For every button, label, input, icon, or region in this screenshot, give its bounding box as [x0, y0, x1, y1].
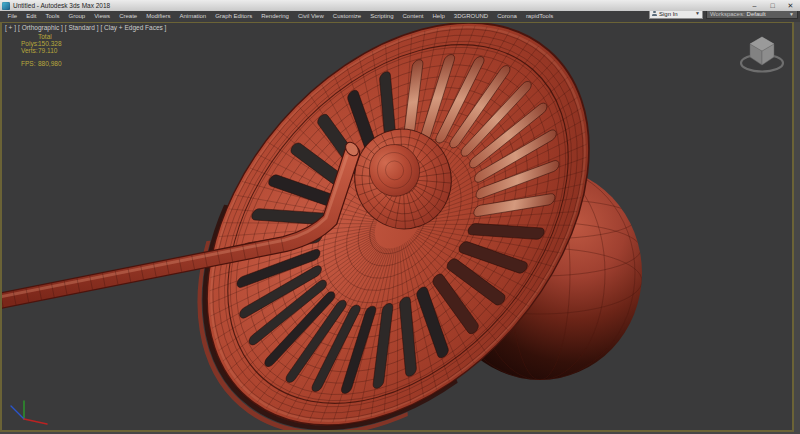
viewport-label-menu[interactable]: [ + ]	[5, 24, 16, 31]
chevron-down-icon: ▼	[695, 11, 700, 16]
stats-total-label: Total	[38, 33, 52, 40]
menu-corona[interactable]: Corona	[493, 11, 522, 22]
3ds-max-window: { "window": { "title": "Untitled - Autod…	[0, 0, 800, 434]
menu-bar: FileEditToolsGroupViewsCreateModifiersAn…	[0, 11, 800, 22]
close-button[interactable]: ✕	[783, 0, 798, 11]
workspaces-label: Workspaces:	[710, 11, 745, 17]
menu-help[interactable]: Help	[428, 11, 449, 22]
menu-views[interactable]: Views	[90, 11, 115, 22]
user-icon	[652, 11, 657, 17]
viewport-canvas[interactable]: [ + ][ Orthographic ][ Standard ][ Clay …	[0, 22, 794, 432]
viewport-3d-scene[interactable]	[2, 23, 792, 430]
viewport-label-orthographic[interactable]: [ Orthographic ]	[18, 24, 63, 31]
menu-scripting[interactable]: Scripting	[366, 11, 398, 22]
menu-tools[interactable]: Tools	[41, 11, 64, 22]
stats-polys-row: Polys: 150.328	[21, 40, 62, 47]
minimize-button[interactable]: –	[747, 0, 762, 11]
viewport-statistics: Total Polys: 150.328 Verts: 79.110 FPS: …	[21, 33, 62, 67]
menu-graph-editors[interactable]: Graph Editors	[211, 11, 257, 22]
stats-total-row: Total	[21, 33, 62, 40]
stats-verts-label: Verts:	[21, 47, 38, 54]
menu-modifiers[interactable]: Modifiers	[142, 11, 175, 22]
viewport-label-standard[interactable]: [ Standard ]	[65, 24, 99, 31]
menu-create[interactable]: Create	[115, 11, 142, 22]
window-title: Untitled - Autodesk 3ds Max 2018	[13, 2, 110, 9]
sign-in-label: Sign In	[659, 11, 693, 17]
menu-group[interactable]: Group	[64, 11, 90, 22]
stats-fps-row: FPS: 880,980	[21, 60, 62, 67]
menu-civil-view[interactable]: Civil View	[293, 11, 328, 22]
maximize-button[interactable]: □	[765, 0, 780, 11]
app-icon	[2, 2, 10, 10]
viewport-label: [ + ][ Orthographic ][ Standard ][ Clay …	[5, 24, 166, 31]
menu-edit[interactable]: Edit	[22, 11, 41, 22]
stats-fps-label: FPS:	[21, 60, 38, 67]
stats-verts-value: 79.110	[38, 47, 57, 54]
viewport-frame: [ + ][ Orthographic ][ Standard ][ Clay …	[0, 22, 800, 434]
menu-content[interactable]: Content	[398, 11, 428, 22]
stats-verts-row: Verts: 79.110	[21, 47, 62, 54]
menu-items: FileEditToolsGroupViewsCreateModifiersAn…	[3, 11, 558, 22]
stats-polys-value: 150.328	[38, 40, 62, 47]
workspaces-value: Default	[747, 11, 787, 17]
chevron-down-icon: ▼	[789, 12, 794, 17]
stats-polys-label: Polys:	[21, 40, 38, 47]
title-bar: Untitled - Autodesk 3ds Max 2018 – □ ✕	[0, 0, 800, 11]
viewport-label-clay-edged-faces[interactable]: [ Clay + Edged Faces ]	[100, 24, 166, 31]
menu-file[interactable]: File	[3, 11, 22, 22]
menu-animation[interactable]: Animation	[175, 11, 211, 22]
menu-3dground[interactable]: 3DGROUND	[449, 11, 492, 22]
menu-rapidtools[interactable]: rapidTools	[521, 11, 557, 22]
stats-fps-value: 880,980	[38, 60, 62, 67]
menu-rendering[interactable]: Rendering	[257, 11, 294, 22]
menu-customize[interactable]: Customize	[328, 11, 365, 22]
